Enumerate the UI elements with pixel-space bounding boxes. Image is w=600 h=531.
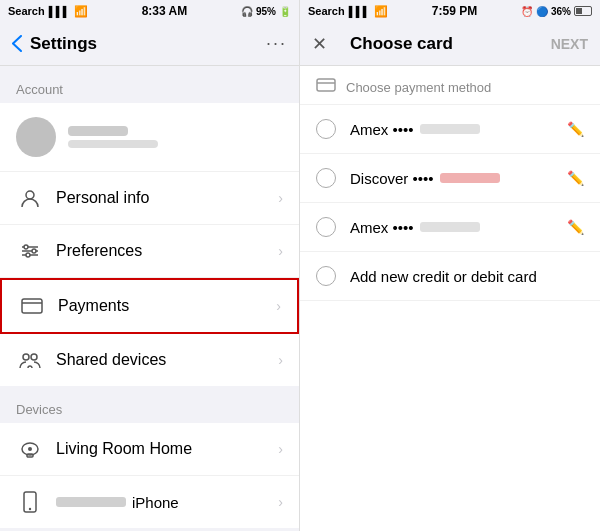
- menu-item-personal-info[interactable]: Personal info ›: [0, 172, 299, 225]
- card-label-amex-2: Amex ••••: [350, 219, 567, 236]
- next-button[interactable]: NEXT: [551, 36, 588, 52]
- right-panel: Search ▌▌▌ 📶 7:59 PM ⏰ 🔵 36% ✕ Choose ca…: [300, 0, 600, 531]
- add-card-label: Add new credit or debit card: [350, 268, 584, 285]
- edit-discover-icon[interactable]: ✏️: [567, 170, 584, 186]
- back-button[interactable]: [12, 35, 22, 52]
- status-left-group: Search ▌▌▌ 📶: [8, 5, 88, 18]
- time-left: 8:33 AM: [142, 4, 188, 18]
- settings-title: Settings: [30, 34, 97, 54]
- menu-item-shared-devices[interactable]: Shared devices ›: [0, 334, 299, 386]
- svg-rect-7: [22, 299, 42, 313]
- left-scroll-area: Account Personal info › Prefere: [0, 66, 299, 531]
- amex-2-blur: [420, 222, 480, 232]
- alarm-icon-right: ⏰: [521, 6, 533, 17]
- discover-blur: [440, 173, 500, 183]
- card-item-amex-2[interactable]: Amex •••• ✏️: [300, 203, 600, 252]
- status-right-left-group: Search ▌▌▌ 📶: [308, 5, 388, 18]
- battery-icon-left: 🔋: [279, 6, 291, 17]
- profile-info: [68, 126, 158, 148]
- shared-devices-icon: [16, 346, 44, 374]
- shared-devices-chevron-icon: ›: [278, 352, 283, 368]
- avatar: [16, 117, 56, 157]
- account-section-header: Account: [0, 66, 299, 103]
- wifi-icon-left: 📶: [74, 5, 88, 18]
- svg-rect-16: [317, 79, 335, 91]
- wifi-icon-right: 📶: [374, 5, 388, 18]
- svg-point-13: [28, 447, 32, 451]
- profile-row[interactable]: [0, 103, 299, 172]
- radio-add-card[interactable]: [316, 266, 336, 286]
- personal-info-icon: [16, 184, 44, 212]
- edit-amex-1-icon[interactable]: ✏️: [567, 121, 584, 137]
- iphone-label-group: iPhone: [56, 494, 278, 511]
- svg-point-5: [32, 249, 36, 253]
- edit-amex-2-icon[interactable]: ✏️: [567, 219, 584, 235]
- more-button[interactable]: ···: [266, 33, 287, 54]
- status-right-right-group: ⏰ 🔵 36%: [521, 6, 592, 17]
- status-bar-left: Search ▌▌▌ 📶 8:33 AM 🎧 95% 🔋: [0, 0, 299, 22]
- discover-text: Discover ••••: [350, 170, 434, 187]
- svg-point-6: [26, 253, 30, 257]
- card-list: Choose payment method Amex •••• ✏️ Disco…: [300, 66, 600, 531]
- back-chevron-icon: [12, 35, 22, 52]
- battery-icon-right: [574, 6, 592, 16]
- nav-bar-left: Settings ···: [0, 22, 299, 66]
- devices-list: Living Room Home › iPhone ›: [0, 423, 299, 528]
- amex-1-text: Amex ••••: [350, 121, 414, 138]
- status-bar-right: Search ▌▌▌ 📶 7:59 PM ⏰ 🔵 36%: [300, 0, 600, 22]
- card-item-amex-1[interactable]: Amex •••• ✏️: [300, 105, 600, 154]
- close-button[interactable]: ✕: [312, 33, 342, 55]
- app-name-right: Search: [308, 5, 345, 17]
- svg-point-9: [23, 354, 29, 360]
- radio-amex-2[interactable]: [316, 217, 336, 237]
- personal-info-label: Personal info: [56, 189, 278, 207]
- preferences-chevron-icon: ›: [278, 243, 283, 259]
- card-label-discover: Discover ••••: [350, 170, 567, 187]
- signal-icon-right: ▌▌▌: [349, 6, 370, 17]
- choose-card-title: Choose card: [350, 34, 453, 54]
- living-room-label: Living Room Home: [56, 440, 278, 458]
- payments-chevron-icon: ›: [276, 298, 281, 314]
- iphone-name-blur: [56, 497, 126, 507]
- amex-2-text: Amex ••••: [350, 219, 414, 236]
- payment-method-icon: [316, 78, 336, 96]
- iphone-icon: [16, 488, 44, 516]
- living-room-chevron-icon: ›: [278, 441, 283, 457]
- status-right-left: 🎧 95% 🔋: [241, 6, 291, 17]
- svg-point-4: [24, 245, 28, 249]
- svg-point-15: [29, 508, 31, 510]
- time-right: 7:59 PM: [432, 4, 477, 18]
- payments-icon: [18, 292, 46, 320]
- menu-item-payments[interactable]: Payments ›: [0, 278, 299, 334]
- right-nav-bar: ✕ Choose card NEXT: [300, 22, 600, 66]
- left-panel: Search ▌▌▌ 📶 8:33 AM 🎧 95% 🔋 Settings ··…: [0, 0, 300, 531]
- signal-icon-left: ▌▌▌: [49, 6, 70, 17]
- card-item-discover[interactable]: Discover •••• ✏️: [300, 154, 600, 203]
- menu-item-preferences[interactable]: Preferences ›: [0, 225, 299, 278]
- radio-discover[interactable]: [316, 168, 336, 188]
- bluetooth-icon-left: 🎧: [241, 6, 253, 17]
- app-name-left: Search: [8, 5, 45, 17]
- shared-devices-label: Shared devices: [56, 351, 278, 369]
- choose-payment-label: Choose payment method: [346, 80, 491, 95]
- device-item-living-room[interactable]: Living Room Home ›: [0, 423, 299, 476]
- battery-percent-left: 95%: [256, 6, 276, 17]
- preferences-icon: [16, 237, 44, 265]
- iphone-label-suffix: iPhone: [132, 494, 179, 511]
- svg-point-10: [31, 354, 37, 360]
- main-menu-list: Personal info › Preferences › Payments ›: [0, 172, 299, 386]
- amex-1-blur: [420, 124, 480, 134]
- preferences-label: Preferences: [56, 242, 278, 260]
- add-card-item[interactable]: Add new credit or debit card: [300, 252, 600, 301]
- choose-payment-header: Choose payment method: [300, 66, 600, 105]
- bluetooth-icon-right: 🔵: [536, 6, 548, 17]
- payments-label: Payments: [58, 297, 276, 315]
- profile-name-blur: [68, 126, 128, 136]
- battery-percent-right: 36%: [551, 6, 571, 17]
- svg-point-0: [26, 191, 34, 199]
- devices-section-header: Devices: [0, 386, 299, 423]
- personal-info-chevron-icon: ›: [278, 190, 283, 206]
- device-item-iphone[interactable]: iPhone ›: [0, 476, 299, 528]
- radio-amex-1[interactable]: [316, 119, 336, 139]
- card-label-amex-1: Amex ••••: [350, 121, 567, 138]
